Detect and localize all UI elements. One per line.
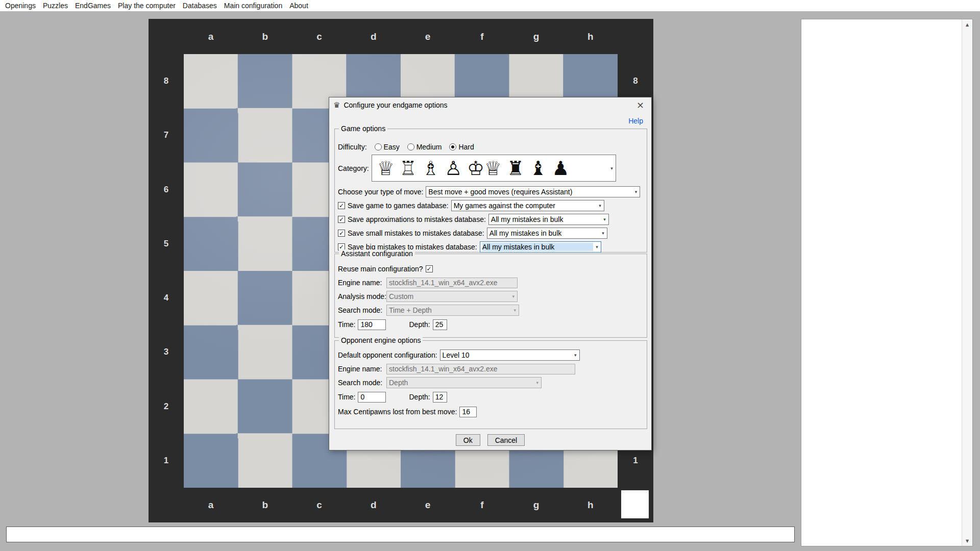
- close-icon[interactable]: ×: [633, 99, 647, 110]
- centipawns-field[interactable]: 16: [459, 407, 477, 417]
- assistant-engine-label: Engine name:: [338, 279, 384, 287]
- dialog-buttons: Ok Cancel: [329, 434, 651, 446]
- assistant-search-mode-value: Time + Depth: [389, 306, 511, 314]
- chevron-down-icon: ▾: [533, 380, 541, 385]
- radio-easy-icon[interactable]: [375, 143, 382, 151]
- group-opponent-engine-options: Opponent engine options Default opponent…: [334, 340, 647, 429]
- menu-item-main-configuration[interactable]: Main configuration: [224, 2, 282, 10]
- file-label: b: [238, 488, 292, 522]
- opponent-engine-label: Engine name:: [338, 365, 384, 373]
- chevron-down-icon: ▾: [593, 244, 601, 249]
- save-approximations-checkbox[interactable]: [338, 216, 345, 223]
- save-game-combobox[interactable]: My games against the computer ▾: [451, 200, 604, 211]
- assistant-depth-value: 25: [435, 320, 444, 329]
- radio-option-hard[interactable]: Hard: [449, 143, 474, 151]
- queen-icon: ♕: [377, 159, 395, 178]
- panel-scrollbar[interactable]: ▲ ▼: [962, 19, 972, 546]
- chevron-down-icon: ▾: [601, 217, 608, 222]
- file-label: e: [401, 19, 455, 54]
- default-opponent-combobox[interactable]: Level 10 ▾: [440, 349, 580, 361]
- save-small-mistakes-value: All my mistakes in bulk: [489, 229, 599, 237]
- move-type-value: Best move + good moves (requires Assista…: [428, 188, 632, 196]
- file-label: f: [455, 488, 509, 522]
- chevron-down-icon: ▾: [632, 189, 640, 194]
- save-small-mistakes-checkbox[interactable]: [338, 230, 345, 237]
- menubar: Openings Puzzles EndGames Play the compu…: [0, 0, 980, 11]
- save-approximations-combobox[interactable]: All my mistakes in bulk ▾: [488, 214, 609, 225]
- save-big-mistakes-value: All my mistakes in bulk: [482, 243, 593, 251]
- opponent-engine-field: stockfish_14.1_win_x64_avx2.exe: [386, 364, 575, 374]
- analysis-mode-row: Analysis mode: Custom ▾: [338, 291, 644, 302]
- opponent-time-label: Time:: [338, 393, 355, 401]
- cancel-button[interactable]: Cancel: [487, 434, 525, 446]
- chevron-down-icon: ▾: [511, 308, 519, 313]
- assistant-engine-value: stockfish_14.1_win_x64_avx2.exe: [389, 279, 497, 287]
- centipawns-label: Max Centipawns lost from best move:: [338, 408, 457, 416]
- menu-item-openings[interactable]: Openings: [5, 2, 36, 10]
- save-small-mistakes-combobox[interactable]: All my mistakes in bulk ▾: [487, 228, 607, 239]
- assistant-engine-field: stockfish_14.1_win_x64_avx2.exe: [386, 278, 518, 288]
- radio-option-easy[interactable]: Easy: [375, 143, 400, 151]
- assistant-depth-label: Depth:: [409, 320, 430, 329]
- chevron-down-icon: ▾: [509, 294, 517, 299]
- reuse-config-checkbox[interactable]: [426, 265, 433, 272]
- file-label: a: [184, 19, 238, 54]
- black-bishop-icon: ♝: [529, 159, 547, 178]
- save-small-mistakes-label: Save small mistakes to mistakes database…: [348, 229, 484, 237]
- move-type-combobox[interactable]: Best move + good moves (requires Assista…: [426, 186, 640, 197]
- dialog-titlebar[interactable]: ♛ Configure your endgame options ×: [329, 97, 651, 112]
- analysis-mode-combobox: Custom ▾: [386, 291, 518, 302]
- opponent-time-value: 0: [360, 393, 364, 401]
- menu-item-databases[interactable]: Databases: [183, 2, 217, 10]
- save-game-checkbox[interactable]: [338, 202, 345, 209]
- centipawns-row: Max Centipawns lost from best move: 16: [338, 406, 644, 417]
- menu-item-about[interactable]: About: [289, 2, 308, 10]
- save-approximations-row: Save approximations to mistakes database…: [338, 214, 644, 225]
- opponent-depth-field[interactable]: 12: [433, 392, 447, 403]
- black-pawn-icon: ♟: [552, 159, 569, 178]
- rank-label: 7: [149, 108, 184, 162]
- group-assistant-configuration: Assistant configuration Reuse main confi…: [334, 254, 647, 338]
- opponent-search-mode-row: Search mode: Depth ▾: [338, 377, 644, 388]
- chevron-down-icon: ▾: [599, 231, 607, 236]
- assistant-time-label: Time:: [338, 320, 355, 329]
- assistant-depth-field[interactable]: 25: [433, 319, 447, 330]
- assistant-engine-row: Engine name: stockfish_14.1_win_x64_avx2…: [338, 277, 644, 288]
- file-label: g: [509, 488, 564, 522]
- scroll-up-icon[interactable]: ▲: [962, 19, 972, 30]
- group-legend: Opponent engine options: [339, 336, 423, 344]
- ok-button[interactable]: Ok: [456, 434, 480, 446]
- menu-item-play-the-computer[interactable]: Play the computer: [118, 2, 176, 10]
- opponent-search-mode-combobox: Depth ▾: [386, 377, 542, 388]
- opponent-depth-label: Depth:: [409, 393, 430, 401]
- file-label: c: [292, 488, 347, 522]
- opponent-time-field[interactable]: 0: [358, 392, 386, 403]
- save-approximations-value: All my mistakes in bulk: [491, 215, 601, 223]
- scroll-down-icon[interactable]: ▼: [962, 536, 972, 546]
- rank-label: 2: [149, 380, 184, 434]
- save-game-label: Save game to games database:: [348, 202, 449, 210]
- rank-label: 5: [149, 217, 184, 271]
- rank-label: 4: [149, 271, 184, 325]
- default-opponent-row: Default opponent configuration: Level 10…: [338, 349, 644, 361]
- category-combobox[interactable]: ♕ ♖ ♗ ♙ ♔♕ ♜ ♝ ♟ ▾: [372, 155, 616, 182]
- default-opponent-value: Level 10: [443, 351, 572, 359]
- radio-hard-icon[interactable]: [449, 143, 456, 151]
- reuse-config-label: Reuse main configuration?: [338, 265, 423, 273]
- black-rook-icon: ♜: [507, 159, 524, 178]
- help-link[interactable]: Help: [628, 117, 643, 125]
- radio-easy-label: Easy: [384, 143, 400, 151]
- assistant-time-field[interactable]: 180: [358, 319, 386, 330]
- menu-item-puzzles[interactable]: Puzzles: [43, 2, 68, 10]
- reuse-config-row: Reuse main configuration?: [338, 263, 644, 274]
- analysis-mode-label: Analysis mode:: [338, 292, 384, 300]
- status-bar[interactable]: [6, 527, 795, 542]
- radio-option-medium[interactable]: Medium: [407, 143, 442, 151]
- rook-icon: ♖: [400, 159, 417, 178]
- menu-item-endgames[interactable]: EndGames: [75, 2, 111, 10]
- radio-medium-label: Medium: [416, 143, 442, 151]
- rank-label: 1: [149, 434, 184, 488]
- save-big-mistakes-combobox[interactable]: All my mistakes in bulk ▾ All my mistake…: [480, 241, 601, 253]
- radio-medium-icon[interactable]: [407, 143, 414, 151]
- save-game-value: My games against the computer: [454, 202, 596, 210]
